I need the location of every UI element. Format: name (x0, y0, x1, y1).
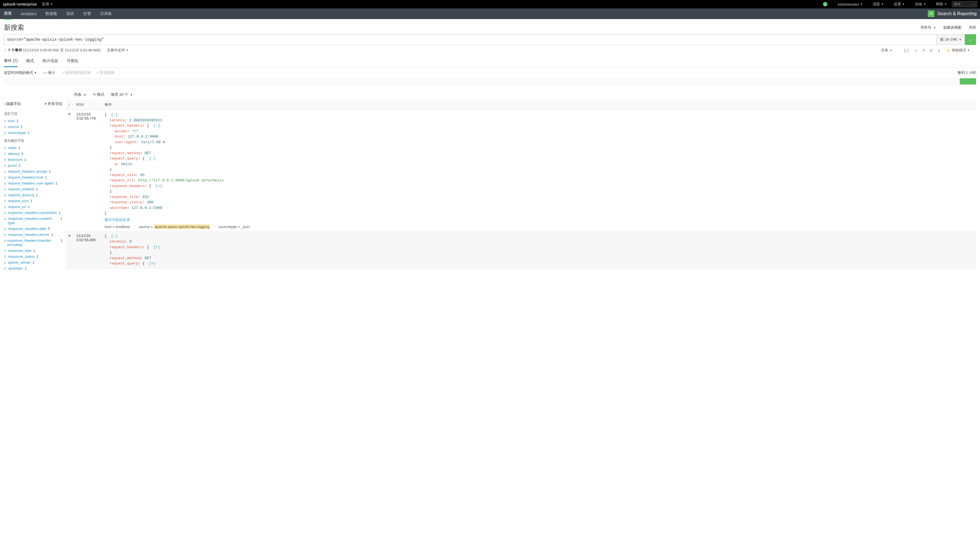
admin-menu[interactable]: Administrator▼ (838, 2, 863, 6)
collapse-toggle[interactable]: [-] (111, 234, 118, 238)
col-time[interactable]: 时间 (73, 100, 102, 110)
activity-menu[interactable]: 活动▼ (915, 2, 926, 7)
create-table-view[interactable]: 创建表视图 (943, 25, 961, 30)
timeline-controls: 设定时间线的格式▼ — 缩小 ＋缩放到所选区域 × 取消选择 每列 1 小时 (0, 67, 980, 78)
meta-host[interactable]: localhost (116, 225, 130, 229)
expand-toggle[interactable]: ▶ (66, 110, 73, 232)
app-nav: 搜索 Analytics 数据集 报表 告警 仪表板 > Search & Re… (0, 8, 980, 19)
expand-toggle[interactable]: [+] (156, 184, 162, 188)
field-item[interactable]: arequest_headers.accept1 (4, 168, 62, 174)
field-item[interactable]: apunct2 (4, 163, 62, 168)
field-item[interactable]: #latency3 (4, 151, 62, 157)
nav-search[interactable]: 搜索 (3, 8, 12, 20)
help-menu[interactable]: 帮助▼ (936, 2, 947, 7)
search-bar: 前 24 小时▼ ⌕ (0, 34, 980, 47)
search-mode-menu[interactable]: ⚡智能模式▼ (946, 48, 970, 53)
field-item[interactable]: arequest_url1 (4, 204, 62, 210)
search-icon: ⌕ (973, 3, 975, 6)
show-raw-link[interactable]: 显示为原始文本 (105, 217, 130, 222)
find-input[interactable]: 查找⌕ (952, 1, 977, 7)
timeline-scale: 每列 1 小时 (958, 70, 976, 75)
messages-menu[interactable]: 消息▼ (873, 2, 884, 7)
nav-datasets[interactable]: 数据集 (45, 8, 58, 19)
col-event[interactable]: 事件 (102, 100, 976, 110)
save-as-menu[interactable]: 另存为 ▼ (920, 25, 936, 30)
per-page-menu[interactable]: 每页 20 个 ▼ (111, 92, 133, 97)
field-item[interactable]: #linecount1 (4, 157, 62, 163)
field-item[interactable]: #response_status1 (4, 254, 62, 259)
all-fields-button[interactable]: ≡ 所有字段 (45, 102, 62, 106)
field-item[interactable]: asourcetype1 (4, 130, 62, 136)
nav-dashboards[interactable]: 仪表板 (99, 8, 112, 19)
event-row: ▶ 21/12/153:02:55.778 { [-] latency: 1.0… (66, 110, 976, 232)
sampling-menu[interactable]: 无事件采样▼ (107, 48, 129, 53)
info-icon[interactable]: i (823, 2, 827, 6)
field-item[interactable]: arequest_query.q1 (4, 192, 62, 198)
format-menu[interactable]: ✎ 格式 (93, 92, 105, 97)
export-icon[interactable]: ⭳ (937, 48, 941, 52)
field-item[interactable]: asplunk_server1 (4, 259, 62, 265)
meta-sourcetype[interactable]: _json (241, 225, 250, 229)
expand-toggle[interactable]: [+] (149, 262, 155, 266)
field-item[interactable]: aresponse_headers.connection1 (4, 210, 62, 216)
global-nav: splunk>enterprise 应用▼ i Administrator▼ 消… (0, 0, 980, 8)
nav-reports[interactable]: 报表 (66, 8, 75, 19)
close-button[interactable]: 关闭 (969, 25, 976, 30)
result-tabs: 事件 (7) 模式 统计信息 可视化 (0, 56, 980, 67)
jobs-menu[interactable]: 任务▼ (881, 48, 892, 53)
tab-stats[interactable]: 统计信息 (43, 56, 58, 67)
col-info[interactable]: i (66, 100, 73, 110)
time-range-picker[interactable]: 前 24 小时▼ (937, 34, 965, 45)
field-item[interactable]: arequest_headers.user-agent1 (4, 180, 62, 186)
events-table: i 时间 事件 ▶ 21/12/153:02:55.778 { [-] late… (66, 100, 976, 269)
results-toolbar: 列表 ▼ ✎ 格式 每页 20 个 ▼ (70, 89, 976, 100)
stop-icon[interactable]: ■ (915, 48, 917, 52)
collapse-toggle[interactable]: [-] (153, 124, 160, 128)
field-item[interactable]: aresponse_headers.content-type1 (4, 216, 62, 226)
search-button[interactable]: ⌕ (965, 34, 976, 45)
nav-alerts[interactable]: 告警 (83, 8, 92, 19)
tab-viz[interactable]: 可视化 (67, 56, 78, 67)
field-item[interactable]: asource1 (4, 124, 62, 130)
field-item[interactable]: aresponse_headers.transfer-encoding1 (4, 238, 62, 247)
app-menu[interactable]: 应用▼ (42, 2, 53, 7)
field-item[interactable]: arequest_headers.host1 (4, 174, 62, 180)
collapse-toggle[interactable]: [-] (149, 156, 155, 160)
fields-sidebar: ‹ 隐藏字段 ≡ 所有字段 选定字段 ahost1asource1asource… (4, 89, 66, 271)
field-item[interactable]: arequest_method1 (4, 186, 62, 192)
timeline-format-menu[interactable]: 设定时间线的格式▼ (4, 70, 37, 75)
search-query-input[interactable] (4, 34, 937, 45)
timeline-chart[interactable] (4, 78, 976, 85)
tab-events[interactable]: 事件 (7) (4, 56, 18, 67)
field-item[interactable]: aindex1 (4, 145, 62, 151)
share-icon[interactable]: ↗ (922, 48, 925, 52)
nav-analytics[interactable]: Analytics (20, 9, 37, 19)
zoom-out-button[interactable]: — 缩小 (43, 70, 55, 75)
tab-patterns[interactable]: 模式 (26, 56, 34, 67)
collapse-toggle[interactable]: [-] (111, 113, 118, 117)
field-item[interactable]: ahost1 (4, 118, 62, 124)
pause-icon[interactable]: ❚❚ (903, 48, 910, 52)
settings-menu[interactable]: 设置▼ (894, 2, 905, 7)
event-raw: { [-] latency: 1.0001659393311 request_h… (102, 110, 976, 232)
print-icon[interactable]: ⎙ (930, 48, 932, 52)
time-range-label: (21/12/14 3:00:00.000 至 21/12/15 3:03:46… (23, 48, 100, 53)
event-count: 7 个事件 (8, 48, 22, 53)
app-brand: > Search & Reporting (928, 10, 977, 17)
meta-source[interactable]: apache-apisix-splunk-hec-logging (154, 224, 210, 229)
field-item[interactable]: #request_size1 (4, 198, 62, 204)
expand-toggle[interactable]: ▶ (66, 231, 73, 269)
event-row: ▶ 21/12/153:02:55.085 { [-] latency: 0 r… (66, 231, 976, 269)
expand-toggle[interactable]: [+] (153, 245, 160, 249)
field-item[interactable]: #response_size1 (4, 247, 62, 254)
results-panel: 列表 ▼ ✎ 格式 每页 20 个 ▼ i 时间 事件 ▶ 21/12/153:… (66, 89, 976, 271)
deselect-button: × 取消选择 (97, 70, 115, 75)
hide-fields-button[interactable]: ‹ 隐藏字段 (4, 102, 21, 106)
field-item[interactable]: aresponse_headers.server1 (4, 232, 62, 238)
interesting-fields-header: 感兴趣的字段 (4, 138, 62, 143)
event-raw: { [-] latency: 0 request_headers: { [+] … (102, 231, 976, 269)
field-item[interactable]: aupstream1 (4, 265, 62, 271)
list-view-menu[interactable]: 列表 ▼ (74, 92, 86, 97)
page-title: 新搜索 (4, 23, 24, 32)
field-item[interactable]: aresponse_headers.date5 (4, 226, 62, 232)
